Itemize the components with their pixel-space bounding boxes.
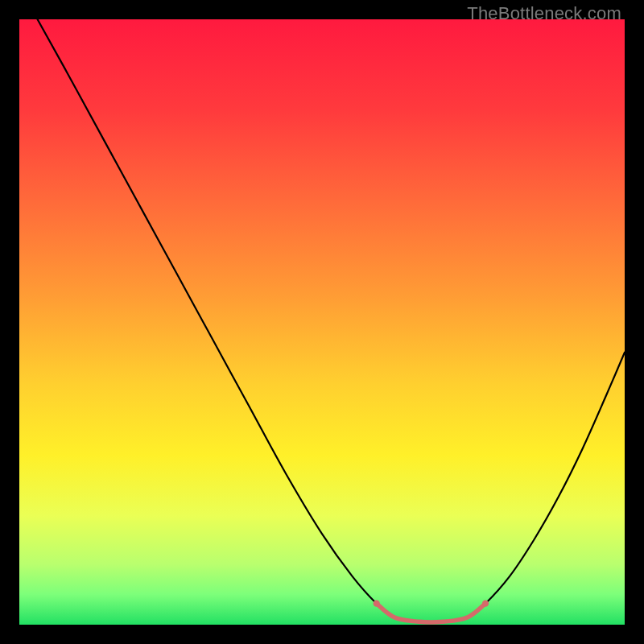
watermark: TheBottleneck.com (467, 3, 621, 24)
series-optimal-band-endpoint (482, 601, 489, 607)
series-optimal-band-endpoint (374, 601, 380, 607)
chart-plot-area (19, 19, 625, 625)
chart-svg (19, 19, 625, 625)
